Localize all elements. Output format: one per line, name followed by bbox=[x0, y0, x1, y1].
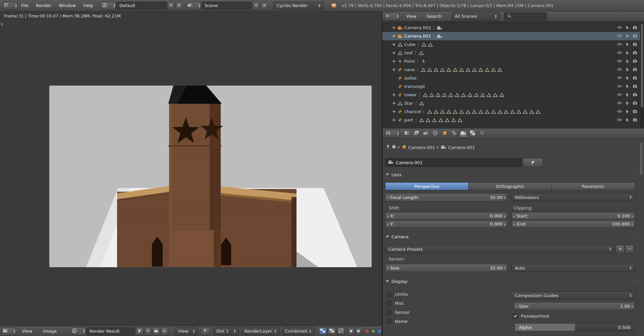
mist-checkbox[interactable] bbox=[387, 301, 392, 306]
expand-icon[interactable] bbox=[391, 93, 397, 97]
expand-icon[interactable] bbox=[391, 110, 397, 113]
clip-start-field[interactable]: Start: 0.100 bbox=[512, 212, 635, 220]
expand-icon[interactable] bbox=[391, 34, 397, 38]
editor-type-button[interactable] bbox=[3, 2, 17, 10]
increment-arrow-icon[interactable] bbox=[504, 267, 506, 270]
renderability-toggle-icon[interactable] bbox=[633, 59, 637, 63]
tab-scene[interactable] bbox=[422, 130, 430, 137]
outliner-item-transcept[interactable]: transcept bbox=[382, 82, 640, 91]
outliner-item-cube[interactable]: Cube bbox=[382, 40, 640, 49]
selectability-toggle-icon[interactable] bbox=[626, 109, 629, 114]
breadcrumb-data-name[interactable]: Camera.001 bbox=[448, 145, 475, 150]
pin-icon[interactable] bbox=[386, 145, 390, 150]
outliner-scrollbar[interactable] bbox=[641, 22, 643, 127]
color-alpha-channel-button[interactable] bbox=[319, 328, 327, 335]
outliner-item-asiles[interactable]: asiles bbox=[382, 74, 640, 82]
scene-browse-button[interactable] bbox=[187, 2, 201, 10]
orthographic-button[interactable]: Orthographic bbox=[469, 182, 552, 190]
decrement-arrow-icon[interactable] bbox=[387, 196, 388, 199]
expand-icon[interactable] bbox=[391, 43, 397, 46]
screen-layout-browse-button[interactable] bbox=[102, 2, 116, 10]
outliner-item-tower[interactable]: tower bbox=[382, 91, 640, 99]
renderability-toggle-icon[interactable] bbox=[633, 84, 637, 89]
renderability-toggle-icon[interactable] bbox=[633, 42, 637, 47]
renderability-toggle-icon[interactable] bbox=[633, 93, 637, 97]
expand-icon[interactable] bbox=[391, 101, 397, 105]
add-preset-button[interactable] bbox=[616, 245, 625, 253]
delete-layout-button[interactable] bbox=[175, 2, 183, 10]
red-channel-button[interactable] bbox=[365, 329, 369, 333]
menu-help[interactable]: Help bbox=[79, 0, 97, 11]
increment-arrow-icon[interactable] bbox=[504, 196, 506, 199]
renderability-toggle-icon[interactable] bbox=[633, 26, 637, 30]
outliner-item-chancel[interactable]: chancel bbox=[382, 107, 640, 116]
decrement-arrow-icon[interactable] bbox=[387, 215, 388, 218]
selectability-toggle-icon[interactable] bbox=[626, 76, 629, 80]
decrement-arrow-icon[interactable] bbox=[513, 215, 515, 218]
renderability-toggle-icon[interactable] bbox=[633, 76, 637, 80]
pin-toggle-button[interactable] bbox=[201, 327, 209, 335]
camera-panel-header[interactable]: Camera bbox=[383, 233, 644, 240]
slot-dropdown[interactable]: Slot 1 bbox=[213, 327, 239, 335]
tab-render[interactable] bbox=[403, 130, 411, 137]
menu-render[interactable]: Render bbox=[32, 0, 55, 11]
alpha-channel-button[interactable] bbox=[337, 328, 345, 335]
tab-world[interactable] bbox=[431, 130, 439, 137]
decrement-arrow-icon[interactable] bbox=[513, 223, 515, 226]
decrement-arrow-icon[interactable] bbox=[387, 223, 388, 226]
visibility-toggle-icon[interactable] bbox=[617, 42, 622, 47]
renderability-toggle-icon[interactable] bbox=[633, 101, 637, 105]
menu-view[interactable]: View bbox=[18, 326, 36, 336]
tab-render-layers[interactable] bbox=[412, 130, 420, 137]
focal-length-field[interactable]: Focal Length: 35.00 bbox=[385, 193, 507, 201]
tab-object[interactable] bbox=[440, 130, 448, 137]
z-buffer-button[interactable] bbox=[348, 328, 354, 335]
fake-user-button[interactable]: F bbox=[523, 158, 543, 167]
clip-end-field[interactable]: End: 100.000 bbox=[512, 220, 635, 228]
view-mode-dropdown[interactable]: View bbox=[175, 327, 198, 335]
selectability-toggle-icon[interactable] bbox=[626, 51, 629, 55]
add-layout-button[interactable] bbox=[167, 2, 175, 10]
sensor-fit-dropdown[interactable]: Auto bbox=[512, 264, 635, 272]
menu-view[interactable]: View bbox=[402, 11, 420, 21]
search-input[interactable] bbox=[504, 12, 547, 20]
visibility-toggle-icon[interactable] bbox=[617, 34, 622, 38]
menu-window[interactable]: Window bbox=[55, 0, 79, 11]
delete-scene-button[interactable] bbox=[261, 2, 268, 10]
renderability-toggle-icon[interactable] bbox=[633, 51, 637, 55]
selectability-toggle-icon[interactable] bbox=[626, 26, 629, 30]
outliner-item-star[interactable]: Star bbox=[382, 99, 640, 107]
expand-icon[interactable] bbox=[391, 68, 397, 71]
outliner-item-camera.001[interactable]: Camera.001 bbox=[382, 32, 640, 40]
exposure-button[interactable] bbox=[355, 328, 362, 335]
tab-texture[interactable] bbox=[469, 130, 477, 137]
panoramic-button[interactable]: Panoramic bbox=[552, 182, 635, 190]
visibility-toggle-icon[interactable] bbox=[617, 67, 622, 72]
selectability-toggle-icon[interactable] bbox=[626, 84, 629, 89]
visibility-toggle-icon[interactable] bbox=[617, 118, 622, 122]
render-pass-dropdown[interactable]: Combined bbox=[282, 327, 315, 335]
image-browse-button[interactable] bbox=[72, 327, 86, 335]
color-channel-button[interactable] bbox=[328, 328, 336, 335]
visibility-toggle-icon[interactable] bbox=[617, 101, 622, 105]
outliner-item-roof[interactable]: roof bbox=[382, 49, 640, 57]
datablock-name-input[interactable]: Camera.001 bbox=[385, 158, 522, 167]
menu-search[interactable]: Search bbox=[423, 11, 445, 21]
camera-presets-dropdown[interactable]: Camera Presets bbox=[385, 245, 614, 253]
limits-checkbox[interactable] bbox=[387, 292, 392, 297]
visibility-toggle-icon[interactable] bbox=[617, 76, 622, 80]
selectability-toggle-icon[interactable] bbox=[626, 93, 629, 97]
sensor-size-field[interactable]: Size: 32.00 bbox=[385, 264, 507, 272]
renderability-toggle-icon[interactable] bbox=[633, 109, 637, 114]
outliner-item-part[interactable]: part bbox=[382, 116, 640, 124]
passepartout-alpha-slider[interactable]: Alpha: 0.500 bbox=[515, 323, 635, 331]
expand-icon[interactable] bbox=[391, 118, 397, 122]
draw-size-field[interactable]: Size: 1.00 bbox=[514, 302, 635, 310]
breadcrumb-object-name[interactable]: Camera.001 bbox=[408, 145, 435, 150]
decrement-arrow-icon[interactable] bbox=[516, 305, 517, 308]
open-image-button[interactable] bbox=[152, 327, 160, 335]
green-channel-button[interactable] bbox=[371, 329, 376, 333]
shift-x-field[interactable]: X: 0.000 bbox=[385, 212, 507, 220]
panel-grip-icon[interactable] bbox=[632, 280, 637, 283]
tab-object-data[interactable] bbox=[459, 130, 467, 137]
